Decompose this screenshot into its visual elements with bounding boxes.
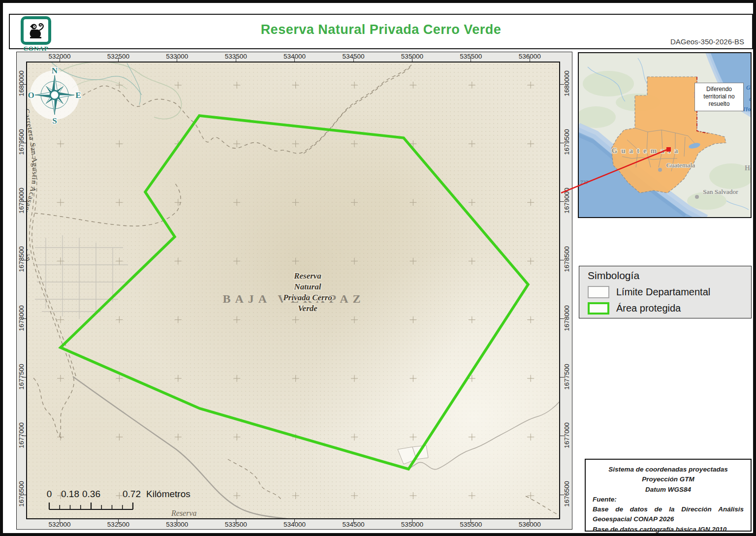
bottom-partial-label: Reserva bbox=[171, 509, 197, 517]
road-label: Carretera San Agustín Acasaguastlán - Co… bbox=[27, 108, 39, 263]
axis-tick bbox=[22, 318, 26, 319]
scale-label-1: 0.18 bbox=[59, 489, 81, 500]
stream-line bbox=[127, 63, 141, 105]
trail-c bbox=[34, 184, 181, 226]
legend-item-protected-area: Área protegida bbox=[588, 301, 681, 315]
axis-tick bbox=[560, 84, 564, 85]
legend-title: Simbología bbox=[588, 270, 639, 282]
legend-label: Área protegida bbox=[616, 303, 681, 314]
trail-a2 bbox=[303, 67, 410, 154]
axis-tick bbox=[118, 58, 119, 62]
axis-tick bbox=[560, 377, 564, 378]
axis-tick bbox=[22, 84, 26, 85]
axis-tick bbox=[22, 377, 26, 378]
scale-unit-label: Kilómetros bbox=[146, 489, 190, 500]
page-title: Reserva Natural Privada Cerro Verde bbox=[10, 22, 752, 37]
svg-text:d: d bbox=[749, 95, 752, 102]
axis-tick bbox=[353, 519, 354, 523]
axis-tick bbox=[412, 58, 412, 62]
y-axis-label-left: 1677000 bbox=[18, 418, 25, 452]
axis-tick bbox=[22, 143, 26, 143]
axis-tick bbox=[294, 58, 295, 62]
projection-line: Proyección GTM bbox=[593, 474, 744, 484]
axis-tick bbox=[22, 260, 26, 260]
axis-tick bbox=[471, 58, 471, 62]
san-salvador-dot bbox=[695, 195, 699, 199]
y-axis-label-right: 1679500 bbox=[563, 125, 570, 159]
main-map: BAJA VERAPAZ Reserva Natural Privada Cer… bbox=[26, 62, 560, 519]
axis-tick bbox=[22, 201, 26, 202]
axis-tick bbox=[560, 201, 564, 202]
axis-tick bbox=[530, 519, 530, 523]
honduras-label-fragment: Ho bbox=[745, 164, 752, 172]
source-line-2: Base de datos cartografía básica IGN 201… bbox=[593, 525, 744, 535]
trail-d bbox=[33, 378, 63, 440]
compass-west-label: O bbox=[28, 91, 34, 100]
axis-tick bbox=[177, 519, 177, 523]
y-axis-label-right: 1678000 bbox=[563, 301, 570, 335]
y-axis-label-right: 1677500 bbox=[563, 359, 570, 394]
y-axis-label-left: 1676500 bbox=[18, 477, 25, 511]
compass-rose-icon: N E S O bbox=[28, 66, 81, 126]
header-bar: CONAP Reserva Natural Privada Cerro Verd… bbox=[9, 14, 753, 49]
axis-tick bbox=[560, 143, 564, 143]
y-axis-label-right: 1680000 bbox=[563, 66, 570, 101]
axis-tick bbox=[60, 58, 60, 62]
trail-e bbox=[228, 459, 282, 501]
axis-tick bbox=[560, 318, 564, 319]
source-line-1: Base de datos de la Dirección Análisis G… bbox=[593, 504, 744, 525]
y-axis-label-right: 1678500 bbox=[563, 242, 570, 277]
y-axis-label-right: 1679000 bbox=[563, 184, 570, 218]
scale-bar bbox=[49, 503, 133, 509]
legend-box: Simbología Límite Departamental Área pro… bbox=[579, 266, 752, 318]
svg-text:Privada Cerro: Privada Cerro bbox=[283, 293, 332, 302]
compass-north-label: N bbox=[52, 66, 58, 75]
inset-canvas: B Guatemala Guatemala San Salvador Ho Gu… bbox=[579, 53, 752, 218]
departmental-limit-line bbox=[73, 377, 348, 519]
y-axis-label-left: 1678000 bbox=[18, 301, 25, 335]
source-info-box: Sistema de coordenadas proyectadas Proye… bbox=[585, 459, 752, 532]
fuente-label: Fuente: bbox=[593, 495, 744, 504]
axis-tick bbox=[560, 495, 564, 495]
svg-text:Natural: Natural bbox=[294, 282, 321, 291]
axis-tick bbox=[118, 519, 119, 523]
crs-line: Sistema de coordenadas proyectadas bbox=[593, 465, 744, 474]
y-axis-label-left: 1680000 bbox=[18, 66, 25, 101]
trail-a bbox=[83, 65, 411, 154]
departmental-limit-swatch bbox=[588, 286, 609, 298]
axis-tick bbox=[22, 495, 26, 495]
axis-tick bbox=[294, 519, 295, 523]
scale-label-2: 0.36 bbox=[80, 489, 102, 500]
axis-tick bbox=[177, 58, 177, 62]
svg-text:Reserva: Reserva bbox=[293, 271, 321, 281]
y-axis-label-left: 1679000 bbox=[18, 184, 25, 218]
inset-number-fragment: 727 bbox=[580, 179, 589, 185]
legend-label: Límite Departamental bbox=[616, 286, 710, 298]
svg-text:Verde: Verde bbox=[298, 304, 317, 313]
legend-item-departmental: Límite Departamental bbox=[588, 285, 710, 299]
territorial-dispute-note: Diferendo territorial no resuelto bbox=[694, 83, 744, 111]
contour-line bbox=[73, 80, 127, 89]
protected-area-swatch bbox=[588, 302, 609, 315]
axis-tick bbox=[22, 436, 26, 436]
compass-east-label: E bbox=[75, 91, 81, 100]
y-axis-label-right: 1676500 bbox=[563, 477, 570, 511]
capital-city-label: Guatemala bbox=[666, 161, 695, 169]
capital-city-dot bbox=[658, 168, 662, 172]
document-id: DAGeos-350-2026-BS bbox=[670, 37, 744, 46]
datum-line: Datum WGS84 bbox=[593, 485, 744, 495]
compass-south-label: S bbox=[52, 116, 57, 126]
axis-tick bbox=[236, 58, 236, 62]
axis-tick bbox=[560, 436, 564, 436]
y-axis-label-right: 1677000 bbox=[563, 418, 570, 452]
town-street-grid bbox=[35, 235, 128, 319]
y-axis-label-left: 1679500 bbox=[18, 125, 25, 159]
axis-tick bbox=[530, 58, 530, 62]
scale-label-3: 0.72 bbox=[121, 489, 143, 500]
scale-label-0: 0 bbox=[43, 489, 55, 500]
inset-locator-map: B Guatemala Guatemala San Salvador Ho Gu… bbox=[578, 52, 752, 218]
axis-tick bbox=[471, 519, 471, 523]
svg-text:Gu: Gu bbox=[746, 84, 752, 91]
map-sheet: CONAP Reserva Natural Privada Cerro Verd… bbox=[0, 0, 756, 536]
svg-text:Hond: Hond bbox=[743, 106, 752, 113]
